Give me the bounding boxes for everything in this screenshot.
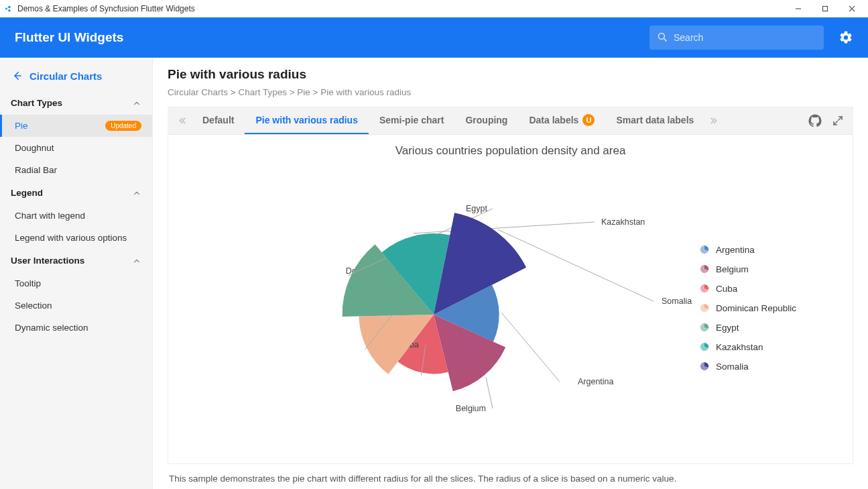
github-link[interactable] xyxy=(804,114,826,127)
updated-badge-icon: U xyxy=(582,114,595,126)
tab[interactable]: Pie with various radius xyxy=(245,107,369,134)
chevron-up-icon xyxy=(132,256,141,266)
sidebar-group-title: User Interactions xyxy=(11,256,84,266)
slice-label: Belgium xyxy=(455,404,485,413)
updated-badge: Updated xyxy=(105,121,141,131)
sidebar-item-label: Tooltip xyxy=(15,278,41,288)
sidebar-group-header[interactable]: User Interactions xyxy=(0,249,152,272)
sidebar-item[interactable]: Chart with legend xyxy=(0,205,152,227)
chart-panel: Various countries population density and… xyxy=(168,135,853,464)
legend-item[interactable]: Kazakhstan xyxy=(700,342,835,352)
tab[interactable]: Semi-pie chart xyxy=(369,107,454,134)
sidebar-item-label: Doughnut xyxy=(15,143,54,153)
sidebar-item-label: Chart with legend xyxy=(15,211,85,221)
sidebar-item-label: Pie xyxy=(15,121,28,131)
slice-label: Egypt xyxy=(466,204,487,213)
legend-item[interactable]: Cuba xyxy=(700,284,835,294)
sidebar-page-link-label: Circular Charts xyxy=(29,70,102,82)
svg-line-8 xyxy=(664,38,666,40)
breadcrumb: Circular Charts > Chart Types > Pie > Pi… xyxy=(168,87,853,97)
svg-point-0 xyxy=(5,7,8,10)
pie-icon xyxy=(700,264,709,274)
minimize-button[interactable] xyxy=(785,1,812,16)
tab-label: Pie with various radius xyxy=(255,115,358,125)
sidebar-group-header[interactable]: Legend xyxy=(0,181,152,205)
close-button[interactable] xyxy=(839,1,865,16)
sidebar-item-label: Dynamic selection xyxy=(15,323,88,333)
tab-label: Semi-pie chart xyxy=(379,115,444,125)
sidebar-item[interactable]: Tooltip xyxy=(0,272,152,294)
pie-icon xyxy=(700,323,709,332)
chart-title: Various countries population density and… xyxy=(180,144,841,158)
svg-point-2 xyxy=(8,9,11,11)
pie-chart: ArgentinaBelgiumCubaDominican RepublicEg… xyxy=(180,160,700,455)
pie-icon xyxy=(700,284,709,293)
sidebar-item[interactable]: Legend with various options xyxy=(0,227,152,249)
legend-label: Argentina xyxy=(716,245,755,255)
sidebar-item-label: Radial Bar xyxy=(15,165,57,175)
sidebar-item[interactable]: Selection xyxy=(0,294,152,317)
settings-button[interactable] xyxy=(836,28,856,48)
svg-rect-4 xyxy=(823,6,828,11)
sidebar-item[interactable]: Radial Bar xyxy=(0,159,152,181)
tabbar: DefaultPie with various radiusSemi-pie c… xyxy=(168,107,853,135)
tab[interactable]: Smart data labels xyxy=(605,107,704,134)
legend-label: Kazakhstan xyxy=(716,342,763,352)
chevron-up-icon xyxy=(132,99,141,108)
pie-icon xyxy=(700,342,709,351)
chevron-up-icon xyxy=(132,188,141,198)
sidebar-item[interactable]: Doughnut xyxy=(0,137,152,159)
svg-point-1 xyxy=(8,5,11,8)
slice-label: Argentina xyxy=(578,377,614,386)
tab-label: Smart data labels xyxy=(616,115,694,125)
sidebar-item-label: Legend with various options xyxy=(15,233,127,243)
sidebar-group-title: Chart Types xyxy=(11,98,62,108)
tab[interactable]: Data labelsU xyxy=(518,107,605,134)
search-box[interactable] xyxy=(649,25,824,50)
sidebar-group-title: Legend xyxy=(11,188,43,198)
tab[interactable]: Default xyxy=(192,107,245,134)
tabs-scroll-right[interactable] xyxy=(704,107,725,134)
sidebar-back-link[interactable]: Circular Charts xyxy=(0,66,152,91)
sidebar-item[interactable]: Dynamic selection xyxy=(0,317,152,339)
legend-item[interactable]: Dominican Republic xyxy=(700,303,835,313)
legend-label: Cuba xyxy=(716,284,737,294)
sidebar-group-header[interactable]: Chart Types xyxy=(0,91,152,115)
page-title: Pie with various radius xyxy=(168,67,853,82)
pie-icon xyxy=(700,303,709,313)
slice-label: Kazakhstan xyxy=(601,217,645,227)
legend-item[interactable]: Egypt xyxy=(700,323,835,333)
back-arrow-icon xyxy=(11,70,23,82)
fullscreen-button[interactable] xyxy=(826,115,849,127)
window-caption: Demos & Examples of Syncfusion Flutter W… xyxy=(17,4,195,13)
legend-label: Belgium xyxy=(716,264,749,274)
maximize-button[interactable] xyxy=(812,1,839,16)
tab-label: Default xyxy=(202,115,234,125)
app-bar: Flutter UI Widgets xyxy=(0,17,868,58)
tabs-scroll-left[interactable] xyxy=(172,107,192,134)
sidebar-item[interactable]: PieUpdated xyxy=(0,115,152,137)
slice-label: Somalia xyxy=(662,296,692,306)
chart-legend: ArgentinaBelgiumCubaDominican RepublicEg… xyxy=(700,245,841,372)
app-icon xyxy=(4,4,13,13)
legend-item[interactable]: Argentina xyxy=(700,245,835,255)
leader-line xyxy=(501,313,559,382)
leader-line xyxy=(413,222,595,233)
tab-label: Grouping xyxy=(465,115,507,125)
legend-label: Somalia xyxy=(716,362,749,372)
tab[interactable]: Grouping xyxy=(454,107,518,134)
sample-description: This sample demonstrates the pie chart w… xyxy=(168,464,853,484)
window-titlebar: Demos & Examples of Syncfusion Flutter W… xyxy=(0,0,868,17)
pie-icon xyxy=(700,245,709,254)
legend-item[interactable]: Belgium xyxy=(700,264,835,274)
search-input[interactable] xyxy=(668,32,817,43)
pie-icon xyxy=(700,362,709,371)
search-icon xyxy=(656,31,668,45)
legend-label: Dominican Republic xyxy=(716,303,796,313)
leader-line xyxy=(486,377,493,409)
svg-point-7 xyxy=(658,33,664,39)
sidebar-item-label: Selection xyxy=(15,301,52,311)
legend-item[interactable]: Somalia xyxy=(700,362,835,372)
sidebar: Circular Charts Chart TypesPieUpdatedDou… xyxy=(0,58,153,489)
tab-label: Data labels xyxy=(529,115,578,125)
